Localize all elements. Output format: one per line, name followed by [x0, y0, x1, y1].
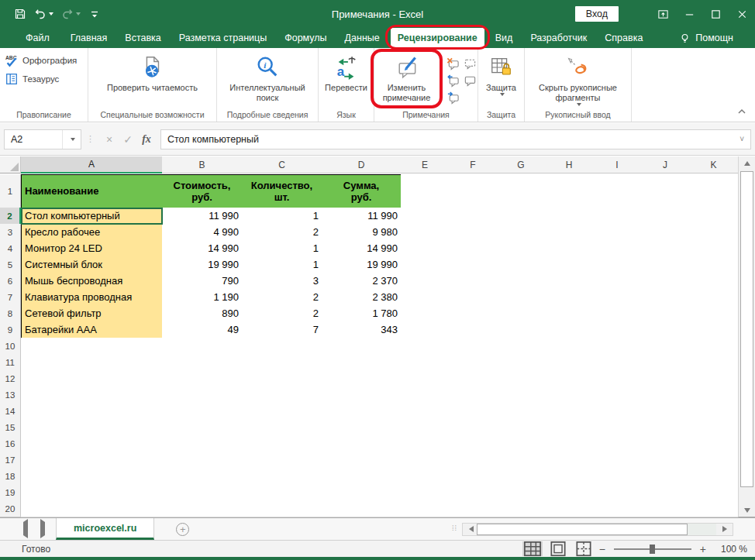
horizontal-scroll-thumb[interactable] — [477, 524, 688, 535]
cell-K6[interactable] — [689, 273, 739, 290]
cell-B15[interactable] — [162, 419, 243, 436]
zoom-out-icon[interactable]: − — [599, 543, 605, 555]
column-header-H[interactable]: H — [545, 156, 594, 173]
zoom-slider-handle[interactable] — [650, 545, 655, 554]
cell-E3[interactable] — [401, 224, 450, 241]
cancel-entry-icon[interactable]: × — [100, 129, 119, 149]
close-button[interactable] — [729, 0, 755, 28]
row-header-6[interactable]: 6 — [0, 273, 21, 290]
cell-K12[interactable] — [689, 370, 739, 387]
cell-F10[interactable] — [449, 338, 498, 355]
cell-B19[interactable] — [162, 484, 243, 501]
row-header-12[interactable]: 12 — [0, 370, 21, 387]
cell-I11[interactable] — [593, 354, 642, 371]
cell-C13[interactable] — [242, 387, 322, 404]
cell-G5[interactable] — [497, 256, 546, 273]
row-header-18[interactable]: 18 — [0, 468, 21, 485]
cell-F16[interactable] — [449, 435, 498, 452]
row-header-16[interactable]: 16 — [0, 435, 21, 452]
cell-D2[interactable]: 11 990 — [322, 208, 402, 225]
ribbon-button-3[interactable]: iИнтеллектуальный поиск — [220, 51, 315, 103]
cell-D9[interactable]: 343 — [322, 321, 402, 338]
vertical-scroll-thumb[interactable] — [740, 171, 753, 487]
tab-помощн[interactable]: Помощн — [669, 33, 743, 44]
cell-F7[interactable] — [449, 289, 498, 306]
cell-C7[interactable]: 2 — [242, 289, 322, 306]
cell-D3[interactable]: 9 980 — [322, 224, 402, 241]
cell-J17[interactable] — [641, 452, 690, 469]
row-header-4[interactable]: 4 — [0, 240, 21, 257]
cell-K7[interactable] — [689, 289, 739, 306]
ribbon-button-5[interactable]: Изменить примечание — [374, 51, 439, 103]
cell-J7[interactable] — [641, 289, 690, 306]
vertical-scrollbar[interactable] — [738, 156, 755, 517]
cell-F18[interactable] — [449, 468, 498, 485]
cell-G12[interactable] — [497, 370, 546, 387]
cell-E13[interactable] — [401, 387, 450, 404]
cell-G16[interactable] — [497, 435, 546, 452]
column-header-B[interactable]: B — [162, 156, 243, 173]
cell-A4[interactable]: Монитор 24 LED — [21, 240, 163, 257]
cell-A19[interactable] — [21, 484, 163, 501]
show-all-comments-icon[interactable] — [462, 56, 477, 71]
name-box[interactable]: A2 — [4, 129, 81, 149]
formula-input[interactable]: Стол компьютерный ˅ — [160, 129, 751, 149]
cell-E17[interactable] — [401, 452, 450, 469]
cell-H10[interactable] — [545, 338, 594, 355]
cell-H5[interactable] — [545, 256, 594, 273]
cell-H9[interactable] — [545, 321, 594, 338]
cell-A10[interactable] — [21, 338, 163, 355]
cell-I9[interactable] — [593, 321, 642, 338]
cell-A8[interactable]: Сетевой фильтр — [21, 305, 163, 322]
ribbon-button-4[interactable]: aПеревести — [325, 51, 367, 93]
cell-G17[interactable] — [497, 452, 546, 469]
column-header-D[interactable]: D — [322, 156, 402, 173]
cell-I12[interactable] — [593, 370, 642, 387]
cell-B12[interactable] — [162, 370, 243, 387]
cell-I18[interactable] — [593, 468, 642, 485]
cell-K8[interactable] — [689, 305, 739, 322]
cell-C18[interactable] — [242, 468, 322, 485]
row-header-11[interactable]: 11 — [0, 354, 21, 371]
row-header-14[interactable]: 14 — [0, 403, 21, 420]
cell-I10[interactable] — [593, 338, 642, 355]
tab-формулы[interactable]: Формулы — [278, 28, 333, 48]
row-header-1[interactable]: 1 — [0, 174, 21, 208]
cell-B11[interactable] — [162, 354, 243, 371]
cell-A15[interactable] — [21, 419, 163, 436]
cell-K14[interactable] — [689, 403, 739, 420]
row-header-17[interactable]: 17 — [0, 452, 21, 469]
cell-F14[interactable] — [449, 403, 498, 420]
tab-главная[interactable]: Главная — [64, 28, 115, 48]
cell-C11[interactable] — [242, 354, 322, 371]
cell-J9[interactable] — [641, 321, 690, 338]
cell-G10[interactable] — [497, 338, 546, 355]
cell-F12[interactable] — [449, 370, 498, 387]
minimize-button[interactable] — [676, 0, 702, 28]
cell-J14[interactable] — [641, 403, 690, 420]
column-header-J[interactable]: J — [641, 156, 690, 173]
cell-E2[interactable] — [401, 208, 450, 225]
cell-G3[interactable] — [497, 224, 546, 241]
cell-E9[interactable] — [401, 321, 450, 338]
cell-J10[interactable] — [641, 338, 690, 355]
cell-B14[interactable] — [162, 403, 243, 420]
cell-H2[interactable] — [545, 208, 594, 225]
cell-J1[interactable] — [641, 174, 690, 208]
cell-G18[interactable] — [497, 468, 546, 485]
sheet-prev-icon[interactable] — [23, 522, 28, 536]
ribbon-button-2[interactable]: Проверить читаемость — [107, 51, 198, 93]
cell-C14[interactable] — [242, 403, 322, 420]
cell-B7[interactable]: 1 190 — [162, 289, 243, 306]
cell-A13[interactable] — [21, 387, 163, 404]
cell-H18[interactable] — [545, 468, 594, 485]
cell-E16[interactable] — [401, 435, 450, 452]
cell-F6[interactable] — [449, 273, 498, 290]
cell-I14[interactable] — [593, 403, 642, 420]
cell-C1[interactable]: Количество,шт. — [242, 174, 322, 208]
row-header-20[interactable]: 20 — [0, 500, 21, 517]
cell-C3[interactable]: 2 — [242, 224, 322, 241]
cell-B8[interactable]: 890 — [162, 305, 243, 322]
cell-K2[interactable] — [689, 208, 739, 225]
cell-K16[interactable] — [689, 435, 739, 452]
